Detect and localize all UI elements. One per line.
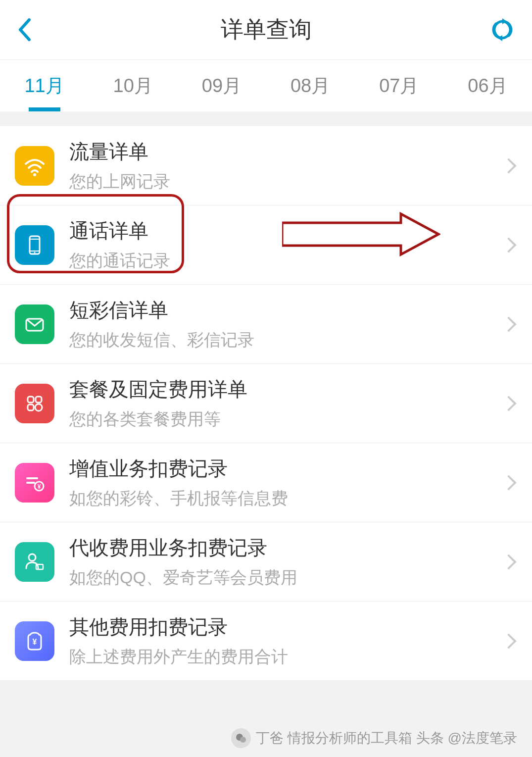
svg-text:¥: ¥ [33, 638, 37, 646]
item-text: 通话详单 您的通话记录 [69, 217, 503, 272]
tab-month-07[interactable]: 07月 [355, 60, 443, 111]
tab-month-09[interactable]: 09月 [177, 60, 266, 111]
wechat-icon [231, 728, 251, 748]
phone-icon [15, 225, 54, 265]
item-subtitle: 您的通话记录 [69, 250, 503, 272]
chevron-right-icon [501, 475, 516, 490]
list-item-call[interactable]: 通话详单 您的通话记录 [0, 205, 532, 285]
mail-icon [15, 304, 54, 344]
item-subtitle: 除上述费用外产生的费用合计 [69, 646, 503, 668]
detail-list: 流量详单 您的上网记录 通话详单 您的通话记录 短彩信详单 您的收发短信、彩信记… [0, 126, 532, 681]
svg-point-2 [33, 173, 36, 176]
svg-rect-10 [28, 404, 34, 410]
chevron-right-icon [501, 237, 516, 252]
svg-point-11 [35, 404, 42, 411]
item-title: 通话详单 [69, 217, 503, 245]
item-subtitle: 您的上网记录 [69, 170, 503, 193]
list-item-other[interactable]: ¥ 其他费用扣费记录 除上述费用外产生的费用合计 [0, 602, 532, 681]
collect-icon [15, 542, 54, 582]
svg-rect-9 [36, 397, 42, 403]
page-title: 详单查询 [221, 14, 312, 45]
item-text: 短彩信详单 您的收发短信、彩信记录 [69, 297, 503, 352]
package-icon [15, 384, 54, 423]
tab-month-10[interactable]: 10月 [89, 60, 177, 111]
item-subtitle: 如您的QQ、爱奇艺等会员费用 [69, 566, 503, 589]
svg-rect-8 [28, 397, 34, 403]
tab-month-11[interactable]: 11月 [0, 60, 89, 111]
svg-point-16 [29, 554, 36, 561]
chevron-right-icon [501, 158, 516, 173]
month-tabs: 11月 10月 09月 08月 07月 06月 [0, 59, 532, 111]
other-icon: ¥ [15, 621, 54, 661]
item-text: 流量详单 您的上网记录 [69, 138, 503, 193]
watermark: 丁爸 情报分析师的工具箱 头条 @法度笔录 [231, 728, 517, 748]
svg-point-21 [240, 737, 246, 743]
list-item-vas[interactable]: ¥ 增值业务扣费记录 如您的彩铃、手机报等信息费 [0, 443, 532, 522]
refresh-button[interactable] [490, 17, 515, 42]
vas-icon: ¥ [15, 463, 54, 503]
tab-month-08[interactable]: 08月 [266, 60, 355, 111]
chevron-right-icon [501, 633, 516, 649]
item-title: 流量详单 [69, 138, 503, 165]
item-subtitle: 如您的彩铃、手机报等信息费 [69, 487, 503, 510]
list-item-sms[interactable]: 短彩信详单 您的收发短信、彩信记录 [0, 285, 532, 364]
svg-text:¥: ¥ [38, 483, 41, 490]
item-text: 增值业务扣费记录 如您的彩铃、手机报等信息费 [69, 455, 503, 510]
refresh-icon [490, 17, 515, 42]
item-text: 其他费用扣费记录 除上述费用外产生的费用合计 [69, 613, 503, 668]
item-subtitle: 您的各类套餐费用等 [69, 408, 503, 431]
watermark-text: 丁爸 情报分析师的工具箱 头条 @法度笔录 [256, 729, 517, 748]
item-title: 代收费用业务扣费记录 [69, 534, 503, 561]
wifi-icon [15, 146, 54, 186]
chevron-left-icon [17, 18, 31, 42]
list-item-collect[interactable]: 代收费用业务扣费记录 如您的QQ、爱奇艺等会员费用 [0, 522, 532, 602]
svg-point-6 [34, 252, 36, 253]
chevron-right-icon [501, 396, 516, 411]
tab-month-06[interactable]: 06月 [443, 60, 532, 111]
back-button[interactable] [17, 18, 42, 42]
item-title: 增值业务扣费记录 [69, 455, 503, 482]
chevron-right-icon [501, 554, 516, 569]
item-subtitle: 您的收发短信、彩信记录 [69, 329, 503, 352]
list-item-package[interactable]: 套餐及固定费用详单 您的各类套餐费用等 [0, 364, 532, 443]
item-text: 套餐及固定费用详单 您的各类套餐费用等 [69, 376, 503, 431]
item-title: 套餐及固定费用详单 [69, 376, 503, 403]
header: 详单查询 [0, 0, 532, 59]
list-item-data[interactable]: 流量详单 您的上网记录 [0, 126, 532, 205]
item-title: 其他费用扣费记录 [69, 613, 503, 641]
item-text: 代收费用业务扣费记录 如您的QQ、爱奇艺等会员费用 [69, 534, 503, 589]
spacer [0, 111, 532, 126]
chevron-right-icon [501, 316, 516, 332]
item-title: 短彩信详单 [69, 297, 503, 324]
